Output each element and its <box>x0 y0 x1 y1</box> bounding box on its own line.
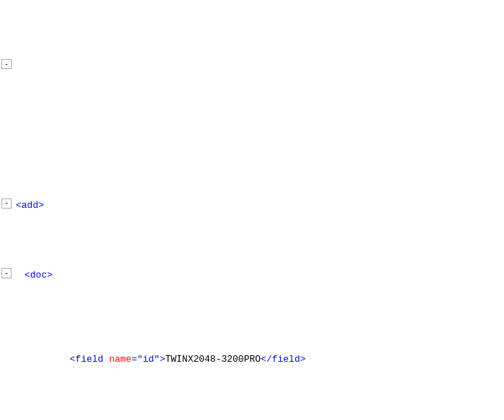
line-17-empty <box>0 128 504 142</box>
code-view: - - <add> - <doc> <field name="id">TWINX… <box>0 0 504 420</box>
line-comment-start: - <box>0 59 504 72</box>
fold-icon-doc[interactable]: - <box>1 268 12 278</box>
line-add-open: - <add> <box>0 198 504 213</box>
fold-icon-comment[interactable]: - <box>1 59 12 69</box>
line-doc-open: - <doc> <box>0 268 504 283</box>
fold-spacer <box>1 339 12 349</box>
fold-spacer <box>1 128 12 138</box>
fold-icon-add[interactable]: - <box>1 198 12 209</box>
line-field-id: <field name="id">TWINX2048-3200PRO</fiel… <box>0 339 504 381</box>
